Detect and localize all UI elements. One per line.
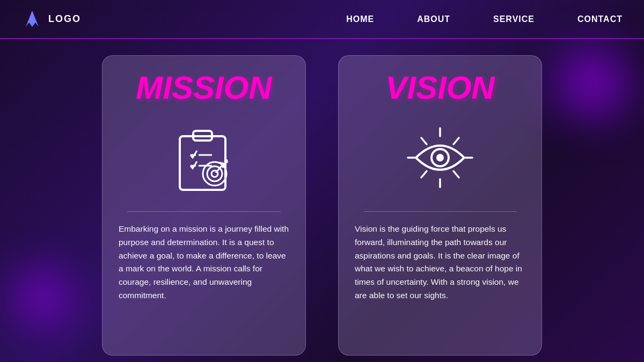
vision-card: VISION — [338, 55, 542, 356]
nav-home[interactable]: HOME — [346, 14, 374, 24]
logo-icon — [21, 9, 43, 30]
vision-icon-area — [397, 115, 483, 201]
svg-line-18 — [453, 171, 459, 178]
vision-icon — [400, 117, 480, 198]
main-content: MISSION — [0, 39, 644, 362]
svg-line-17 — [421, 171, 427, 178]
svg-line-15 — [421, 138, 427, 144]
logo-area: LOGO — [21, 9, 81, 30]
mission-icon-area — [161, 115, 247, 201]
vision-divider — [363, 211, 517, 212]
nav-links: HOME ABOUT SERVICE CONTACT — [346, 14, 623, 24]
svg-marker-0 — [26, 11, 39, 27]
mission-title: MISSION — [136, 72, 272, 104]
navbar: LOGO HOME ABOUT SERVICE CONTACT — [0, 0, 644, 39]
mission-divider — [127, 211, 281, 212]
svg-line-16 — [453, 138, 459, 144]
mission-text: Embarking on a mission is a journey fill… — [119, 223, 289, 302]
svg-point-12 — [436, 154, 444, 161]
mission-icon — [164, 117, 244, 198]
mission-card: MISSION — [102, 55, 306, 356]
nav-service[interactable]: SERVICE — [493, 14, 535, 24]
vision-title: VISION — [385, 72, 494, 104]
vision-text: Vision is the guiding force that propels… — [355, 223, 525, 302]
nav-contact[interactable]: CONTACT — [577, 14, 623, 24]
logo-text: LOGO — [48, 13, 81, 25]
nav-about[interactable]: ABOUT — [417, 14, 450, 24]
